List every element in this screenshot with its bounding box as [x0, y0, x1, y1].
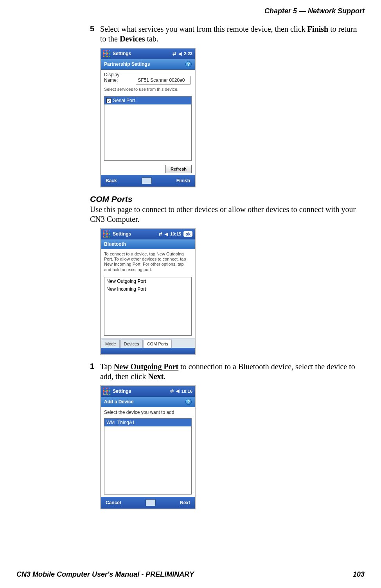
step1-text-pre: Tap [100, 362, 114, 371]
display-name-input[interactable] [136, 76, 190, 85]
wm-tab-strip: Mode Devices COM Ports [101, 338, 195, 348]
softkey-cancel[interactable]: Cancel [106, 500, 121, 505]
chapter-header: Chapter 5 — Network Support [264, 7, 365, 15]
wm-subtitle-text: Partnership Settings [104, 61, 150, 67]
volume-icon: ◀ [165, 232, 168, 237]
services-listbox[interactable]: ✓ Serial Port [104, 96, 192, 161]
wm-title-text: Settings [113, 51, 173, 56]
volume-icon: ◀ [176, 388, 179, 394]
wm-titlebar: Settings ⇄ ◀ 2:23 [101, 49, 195, 59]
wm-system-icons: ⇄ ◀ 2:23 [173, 51, 192, 56]
wm-system-icons: ⇄ ◀ 10:16 [170, 388, 192, 394]
wm-titlebar: Settings ⇄ ◀ 10:15 ok [101, 229, 195, 239]
device-item[interactable]: WM_ThingA1 [104, 419, 191, 426]
step1-text-end: . [164, 372, 165, 381]
devices-listbox[interactable]: WM_ThingA1 [104, 418, 192, 494]
step-body: Select what services you want from this … [100, 24, 364, 44]
button-row: Refresh [101, 163, 195, 175]
wm-softkey-bar: Back Finish [101, 175, 195, 187]
clock-text: 2:23 [184, 51, 192, 56]
wm-softkey-bar: Cancel Next [101, 497, 195, 509]
wm-bottom-bar [101, 348, 195, 354]
wm-system-icons: ⇄ ◀ 10:15 ok [159, 231, 192, 237]
com-ports-heading: COM Ports [90, 194, 364, 204]
screenshot-bluetooth-com-ports: Settings ⇄ ◀ 10:15 ok Bluetooth To conne… [100, 228, 196, 355]
step5-text-end: tab. [145, 34, 158, 43]
step5-devices-bold: Devices [120, 34, 145, 43]
bluetooth-description: To connect to a device, tap New Outgoing… [101, 249, 195, 275]
step1-new-outgoing-bold: New Outgoing Port [114, 362, 179, 371]
clock-text: 10:15 [170, 232, 181, 236]
service-item-serial-port[interactable]: ✓ Serial Port [104, 97, 191, 104]
windows-flag-icon [103, 50, 110, 57]
port-item-outgoing[interactable]: New Outgoing Port [104, 277, 191, 285]
wm-title-text: Settings [113, 388, 170, 394]
screenshot-add-a-device: Settings ⇄ ◀ 10:16 Add a Device ? Select… [100, 385, 196, 509]
refresh-button[interactable]: Refresh [165, 165, 192, 173]
step-number: 1 [90, 362, 100, 381]
connectivity-icon: ⇄ [173, 51, 176, 56]
service-item-label: Serial Port [113, 98, 135, 103]
clock-text: 10:16 [182, 389, 192, 394]
screenshot-partnership-settings: Settings ⇄ ◀ 2:23 Partnership Settings ?… [100, 48, 196, 187]
wm-panel: Select the device you want to add [101, 407, 195, 416]
footer-manual-title: CN3 Mobile Computer User's Manual - PREL… [16, 570, 194, 579]
windows-flag-icon [103, 230, 110, 237]
help-icon[interactable]: ? [185, 399, 192, 405]
step-1: 1 Tap New Outgoing Port to connection to… [90, 362, 364, 381]
tab-com-ports[interactable]: COM Ports [144, 340, 172, 348]
softkey-finish[interactable]: Finish [176, 178, 190, 183]
step-5: 5 Select what services you want from thi… [90, 24, 364, 44]
wm-subtitle-bar: Partnership Settings ? [101, 59, 195, 70]
wm-title-text: Settings [113, 231, 159, 237]
connectivity-icon: ⇄ [170, 388, 174, 394]
tab-devices[interactable]: Devices [120, 340, 143, 348]
wm-panel: Display Name: Select services to use fro… [101, 70, 195, 94]
wm-titlebar: Settings ⇄ ◀ 10:16 [101, 386, 195, 396]
tab-mode[interactable]: Mode [102, 340, 120, 348]
windows-flag-icon [103, 388, 110, 395]
step5-finish-bold: Finish [307, 25, 328, 33]
help-icon[interactable]: ? [185, 61, 192, 67]
step5-text-pre: Select what services you want from this … [100, 25, 307, 33]
com-ports-description: Use this page to connect to other device… [90, 205, 364, 224]
keyboard-icon[interactable] [146, 499, 156, 506]
step1-next-bold: Next [148, 372, 164, 381]
volume-icon: ◀ [178, 51, 182, 56]
wm-subtitle-text: Add a Device [104, 399, 133, 405]
checkbox-icon[interactable]: ✓ [106, 98, 111, 103]
softkey-next[interactable]: Next [180, 500, 190, 505]
port-item-incoming[interactable]: New Incoming Port [104, 285, 191, 293]
display-name-label: Display Name: [104, 72, 135, 83]
connectivity-icon: ⇄ [159, 232, 162, 237]
services-hint: Select services to use from this device. [104, 87, 192, 92]
ok-button[interactable]: ok [183, 231, 192, 237]
page-content: 5 Select what services you want from thi… [90, 24, 364, 516]
step-body: Tap New Outgoing Port to connection to a… [100, 362, 364, 381]
wm-subtitle-bar: Add a Device ? [101, 396, 195, 407]
step-number: 5 [90, 24, 100, 44]
ports-listbox[interactable]: New Outgoing Port New Incoming Port [104, 277, 192, 336]
add-device-hint: Select the device you want to add [104, 410, 192, 415]
wm-subtitle-text: Bluetooth [104, 241, 126, 247]
wm-subtitle-bar: Bluetooth [101, 239, 195, 249]
softkey-back[interactable]: Back [106, 178, 117, 183]
keyboard-icon[interactable] [142, 177, 152, 184]
footer-page-number: 103 [353, 570, 365, 579]
page-footer: CN3 Mobile Computer User's Manual - PREL… [16, 570, 365, 579]
